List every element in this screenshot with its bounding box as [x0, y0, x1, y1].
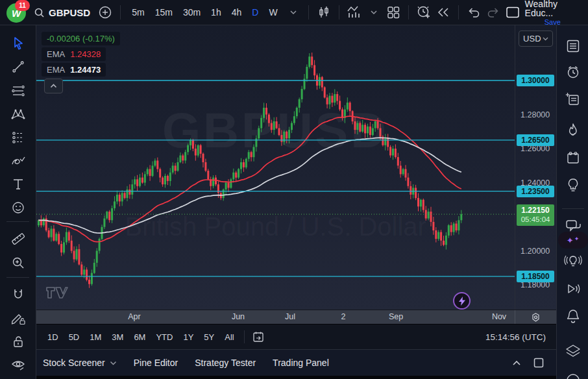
panel-maximize-button[interactable] — [533, 357, 545, 369]
level-price-label[interactable]: 1.26500 — [517, 134, 554, 146]
axis-settings-button[interactable] — [515, 310, 556, 324]
ema-fast-line[interactable] — [39, 116, 461, 242]
interval-1h[interactable]: 1h — [206, 5, 226, 19]
account-logo[interactable]: W 11 — [5, 1, 27, 23]
interval-5m[interactable]: 5m — [127, 5, 149, 19]
redo-button[interactable] — [485, 3, 502, 21]
fullscreen-rect-icon — [505, 6, 521, 19]
bottom-panel-tabs: Stock Screener Pine Editor Strategy Test… — [36, 349, 556, 376]
range-ytd[interactable]: YTD — [151, 330, 177, 345]
drawing-mode-lock-button[interactable] — [7, 308, 29, 328]
utc-clock[interactable]: 15:14:56 (UTC) — [485, 332, 550, 342]
cursor-tool-button[interactable] — [7, 34, 29, 53]
streams-button[interactable] — [562, 278, 584, 299]
trend-line-icon — [11, 60, 25, 74]
chart-style-button[interactable] — [315, 3, 332, 21]
range-1m[interactable]: 1M — [85, 330, 106, 345]
range-5y[interactable]: 5Y — [199, 330, 219, 345]
notification-badge: 11 — [15, 0, 30, 11]
alerts-button[interactable] — [562, 62, 584, 82]
tab-pine-editor[interactable]: Pine Editor — [134, 358, 178, 368]
live-ideas-button[interactable] — [562, 251, 584, 272]
panel-expand-button[interactable] — [512, 360, 521, 366]
emoji-tool-button[interactable] — [7, 198, 29, 217]
tab-strategy-tester[interactable]: Strategy Tester — [195, 358, 256, 368]
undo-icon — [467, 6, 481, 19]
notes-button[interactable] — [562, 89, 584, 110]
ema-slow-legend[interactable]: EMA 1.24473 — [42, 63, 106, 77]
ai-assistant-button[interactable]: ✦✦ — [558, 232, 588, 249]
level-price-label[interactable]: 1.30000 — [517, 75, 554, 86]
currency-selector[interactable]: USD — [519, 31, 553, 47]
interval-4h[interactable]: 4h — [227, 5, 247, 19]
compare-add-button[interactable] — [97, 3, 114, 21]
flash-overlay-button[interactable] — [453, 292, 471, 310]
undo-button[interactable] — [465, 3, 482, 21]
range-all[interactable]: All — [220, 330, 238, 345]
help-button[interactable] — [562, 368, 584, 379]
indicators-button[interactable] — [346, 3, 363, 21]
hotlists-button[interactable] — [562, 120, 584, 141]
save-label[interactable]: Save — [545, 19, 561, 26]
toolbar-separator — [408, 5, 409, 19]
toolbar-separator — [308, 5, 309, 19]
legend-collapse-button[interactable] — [44, 79, 63, 93]
calendar-button[interactable] — [562, 147, 584, 168]
interval-30m[interactable]: 30m — [178, 5, 205, 19]
ema-slow-line[interactable] — [39, 138, 461, 233]
range-3m[interactable]: 3M — [107, 330, 128, 345]
fib-tool-button[interactable] — [7, 81, 29, 101]
help-circle-icon — [565, 373, 581, 379]
interval-dropdown-button[interactable] — [285, 3, 302, 21]
brush-tool-button[interactable] — [7, 151, 29, 171]
notifications-button[interactable] — [562, 306, 584, 326]
zoom-in-tool-button[interactable] — [7, 253, 29, 273]
bulb-waves-icon — [564, 253, 582, 270]
bar-replay-button[interactable] — [435, 3, 452, 21]
range-6m[interactable]: 6M — [129, 330, 150, 345]
symbol-search-button[interactable]: GBPUSD — [30, 7, 94, 18]
lock-all-button[interactable] — [7, 332, 29, 351]
level-price-label[interactable]: 1.23500 — [517, 186, 554, 197]
chevron-down-icon — [110, 361, 117, 365]
trend-line-tool-button[interactable] — [7, 57, 29, 77]
forecast-tool-button[interactable] — [7, 128, 29, 147]
time-axis[interactable]: AprJunJul2SepNov — [36, 310, 556, 324]
plus-circle-icon — [98, 5, 112, 19]
ideas-button[interactable] — [562, 175, 584, 196]
tab-stock-screener[interactable]: Stock Screener — [43, 358, 117, 368]
account-menu[interactable]: Wealthy Educ... Save — [525, 0, 583, 26]
ema-fast-legend[interactable]: EMA 1.24328 — [42, 47, 106, 61]
range-5d[interactable]: 5D — [64, 330, 84, 345]
layout-grid-button[interactable] — [385, 3, 402, 21]
watchlist-button[interactable] — [562, 36, 584, 56]
indicators-dropdown-button[interactable] — [365, 3, 382, 21]
cursor-icon — [11, 36, 25, 51]
level-price-label[interactable]: 1.18500 — [517, 271, 554, 282]
interval-D[interactable]: D — [247, 5, 263, 19]
range-1y[interactable]: 1Y — [178, 330, 198, 345]
tab-trading-panel[interactable]: Trading Panel — [273, 358, 329, 368]
trading-app-window: W 11 GBPUSD 5m15m30m1h4hDW — [0, 0, 588, 379]
interval-W[interactable]: W — [264, 5, 282, 19]
current-price-label[interactable]: 1.2215005:45:04 — [517, 204, 554, 226]
create-alert-button[interactable] — [415, 3, 432, 21]
object-tree-button[interactable] — [562, 341, 584, 361]
workspace: GBPUSD British Pound / U.S. Dollar -0.00… — [0, 25, 588, 379]
go-to-date-button[interactable] — [250, 328, 267, 346]
time-tick-sep: Sep — [389, 312, 403, 321]
range-1d[interactable]: 1D — [43, 330, 63, 345]
chart-pane[interactable]: GBPUSD British Pound / U.S. Dollar -0.00… — [36, 25, 515, 310]
sidebar-divider — [562, 208, 584, 209]
measure-tool-button[interactable] — [7, 229, 29, 249]
top-toolbar: W 11 GBPUSD 5m15m30m1h4hDW — [0, 0, 588, 25]
magnet-mode-button[interactable] — [7, 285, 29, 304]
fullscreen-button[interactable] — [504, 3, 521, 21]
tradingview-logo[interactable] — [45, 285, 69, 300]
candlestick-series — [38, 53, 462, 288]
interval-15m[interactable]: 15m — [151, 5, 177, 19]
pattern-tool-button[interactable] — [7, 104, 29, 124]
text-tool-button[interactable] — [7, 175, 29, 194]
hide-drawings-button[interactable] — [7, 355, 29, 374]
price-axis[interactable]: USD 1.280001.260001.240001.200001.180001… — [515, 25, 556, 310]
